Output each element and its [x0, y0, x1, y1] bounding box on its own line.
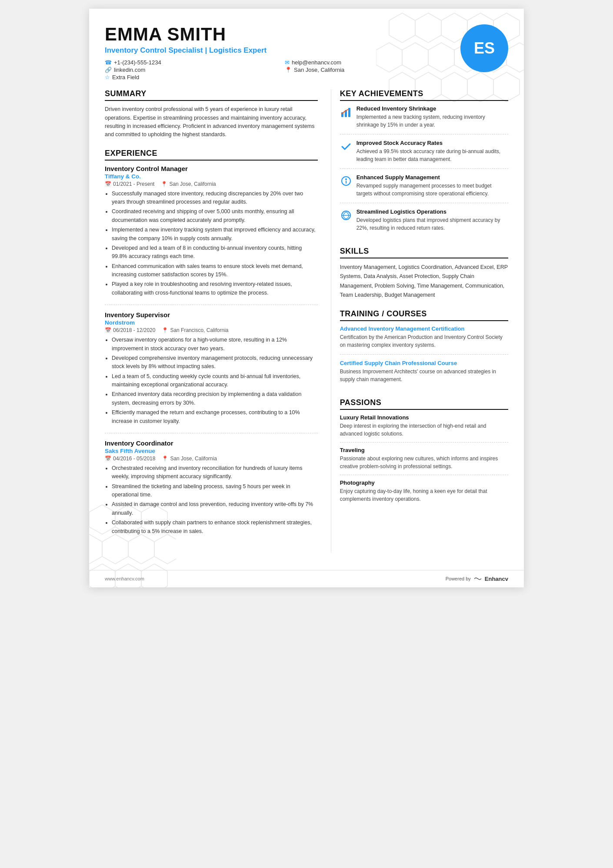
passion-text-1: Deep interest in exploring the intersect…: [340, 422, 508, 438]
enhancv-logo-icon: [473, 576, 482, 581]
passions-title: PASSIONS: [340, 398, 508, 410]
header-section: EMMA SMITH Inventory Control Specialist …: [89, 9, 524, 89]
passion-title-2: Traveling: [340, 447, 508, 453]
email-icon: ✉: [285, 59, 290, 66]
passion-item-3: Photography Enjoy capturing day-to-day l…: [340, 479, 508, 507]
achievement-text-2: Achieved a 99.5% stock accuracy rate dur…: [356, 147, 508, 163]
skills-title: SKILLS: [340, 247, 508, 258]
loc-icon-1: 📍: [161, 181, 167, 187]
skills-section: SKILLS Inventory Management, Logistics C…: [340, 247, 508, 300]
bullet-1-5: Enhanced communication with sales teams …: [112, 262, 318, 279]
linkedin-icon: 🔗: [105, 67, 112, 73]
bullet-2-2: Developed comprehensive inventory manage…: [112, 354, 318, 371]
extra-text: Extra Field: [112, 74, 139, 80]
calendar-icon-1: 📅: [105, 181, 111, 187]
training-item-2: Certified Supply Chain Professional Cour…: [340, 360, 508, 389]
achievement-title-3: Enhanced Supply Management: [356, 174, 508, 181]
resume-inner: EMMA SMITH Inventory Control Specialist …: [89, 9, 524, 587]
training-text-2: Business Improvement Architects' course …: [340, 368, 508, 383]
summary-section: SUMMARY Driven inventory control profess…: [105, 89, 318, 139]
main-content: SUMMARY Driven inventory control profess…: [89, 89, 524, 570]
achievement-title-4: Streamlined Logistics Operations: [356, 208, 508, 215]
company-2: Nordstrom: [105, 319, 318, 326]
calendar-icon-2: 📅: [105, 327, 111, 333]
powered-by-text: Powered by: [446, 576, 471, 581]
footer-right: Powered by Enhancv: [446, 576, 508, 582]
job-entry-3: Inventory Coordinator Saks Fifth Avenue …: [105, 439, 318, 543]
email-text: help@enhancv.com: [292, 59, 341, 66]
calendar-icon-3: 📅: [105, 456, 111, 462]
contact-phone: ☎ +1-(234)-555-1234: [105, 59, 272, 66]
bullet-3-1: Orchestrated receiving and inventory rec…: [112, 464, 318, 481]
job-title-3: Inventory Coordinator: [105, 439, 318, 447]
job-bullets-1: Successfully managed store inventory, re…: [105, 190, 318, 298]
contact-email: ✉ help@enhancv.com: [285, 59, 452, 66]
training-text-1: Certification by the American Production…: [340, 333, 508, 349]
phone-text: +1-(234)-555-1234: [114, 59, 161, 66]
achievement-title-1: Reduced Inventory Shrinkage: [356, 105, 508, 112]
achievements-section: KEY ACHIEVEMENTS Reduced I: [340, 89, 508, 237]
passion-text-3: Enjoy capturing day-to-day life, honing …: [340, 487, 508, 503]
achievement-title-2: Improved Stock Accuracy Rates: [356, 140, 508, 146]
contact-list: ☎ +1-(234)-555-1234 ✉ help@enhancv.com 🔗…: [105, 59, 452, 80]
passions-section: PASSIONS Luxury Retail Innovations Deep …: [340, 398, 508, 507]
passion-item-1: Luxury Retail Innovations Deep interest …: [340, 414, 508, 442]
logistics-icon: [340, 209, 352, 221]
loc-icon-3: 📍: [162, 456, 168, 462]
company-1: Tiffany & Co.: [105, 173, 318, 180]
supply-icon: [340, 175, 352, 187]
training-section: TRAINING / COURSES Advanced Inventory Ma…: [340, 309, 508, 389]
achievements-title: KEY ACHIEVEMENTS: [340, 89, 508, 101]
job-entry-1: Inventory Control Manager Tiffany & Co. …: [105, 165, 318, 305]
bullet-1-2: Coordinated receiving and shipping of ov…: [112, 208, 318, 225]
footer: www.enhancv.com Powered by Enhancv: [89, 570, 524, 587]
resume-container: EMMA SMITH Inventory Control Specialist …: [89, 9, 524, 587]
svg-point-30: [345, 178, 347, 180]
achievement-text-4: Developed logistics plans that improved …: [356, 216, 508, 232]
training-title-1: Advanced Inventory Management Certificat…: [340, 325, 508, 332]
training-title-2: Certified Supply Chain Professional Cour…: [340, 360, 508, 366]
achievement-item-3: Enhanced Supply Management Revamped supp…: [340, 174, 508, 203]
bullet-3-4: Collaborated with supply chain partners …: [112, 519, 318, 536]
job-title-1: Inventory Control Manager: [105, 165, 318, 172]
candidate-name: EMMA SMITH: [105, 24, 452, 44]
passion-item-2: Traveling Passionate about exploring new…: [340, 447, 508, 475]
achievement-item-2: Improved Stock Accuracy Rates Achieved a…: [340, 140, 508, 169]
accuracy-icon: [340, 141, 352, 153]
avatar-initials: ES: [474, 39, 495, 57]
contact-linkedin: 🔗 linkedin.com: [105, 67, 272, 73]
summary-text: Driven inventory control professional wi…: [105, 105, 318, 139]
linkedin-text: linkedin.com: [114, 67, 145, 73]
right-column: KEY ACHIEVEMENTS Reduced I: [331, 89, 508, 553]
achievement-content-3: Enhanced Supply Management Revamped supp…: [356, 174, 508, 198]
training-item-1: Advanced Inventory Management Certificat…: [340, 325, 508, 355]
summary-title: SUMMARY: [105, 89, 318, 101]
bullet-3-2: Streamlined the ticketing and labeling p…: [112, 483, 318, 499]
bullet-2-5: Efficiently managed the return and excha…: [112, 409, 318, 426]
bullet-2-3: Led a team of 5, conducting weekly cycle…: [112, 372, 318, 389]
candidate-title: Inventory Control Specialist | Logistics…: [105, 46, 452, 55]
phone-icon: ☎: [105, 59, 112, 66]
location-icon: 📍: [285, 67, 292, 73]
bullet-1-6: Played a key role in troubleshooting and…: [112, 280, 318, 297]
job-entry-2: Inventory Supervisor Nordstrom 📅 06/2018…: [105, 311, 318, 433]
achievement-content-2: Improved Stock Accuracy Rates Achieved a…: [356, 140, 508, 163]
svg-rect-31: [346, 181, 346, 184]
achievement-item-1: Reduced Inventory Shrinkage Implemented …: [340, 105, 508, 134]
contact-location: 📍 San Jose, California: [285, 67, 452, 73]
job-date-1: 📅 01/2021 - Present: [105, 181, 154, 187]
header-left: EMMA SMITH Inventory Control Specialist …: [105, 24, 452, 80]
brand-name: Enhancv: [485, 576, 508, 582]
bullet-1-4: Developed and led a team of 8 in conduct…: [112, 244, 318, 261]
loc-icon-2: 📍: [162, 327, 168, 333]
company-3: Saks Fifth Avenue: [105, 448, 318, 454]
avatar: ES: [460, 24, 508, 72]
location-text: San Jose, California: [294, 67, 344, 73]
bullet-2-1: Oversaw inventory operations for a high-…: [112, 336, 318, 353]
achievement-text-1: Implemented a new tracking system, reduc…: [356, 113, 508, 129]
job-date-3: 📅 04/2016 - 05/2018: [105, 456, 155, 462]
passion-title-3: Photography: [340, 479, 508, 486]
left-column: SUMMARY Driven inventory control profess…: [105, 89, 331, 553]
star-icon: ☆: [105, 74, 110, 80]
contact-extra: ☆ Extra Field: [105, 74, 272, 80]
